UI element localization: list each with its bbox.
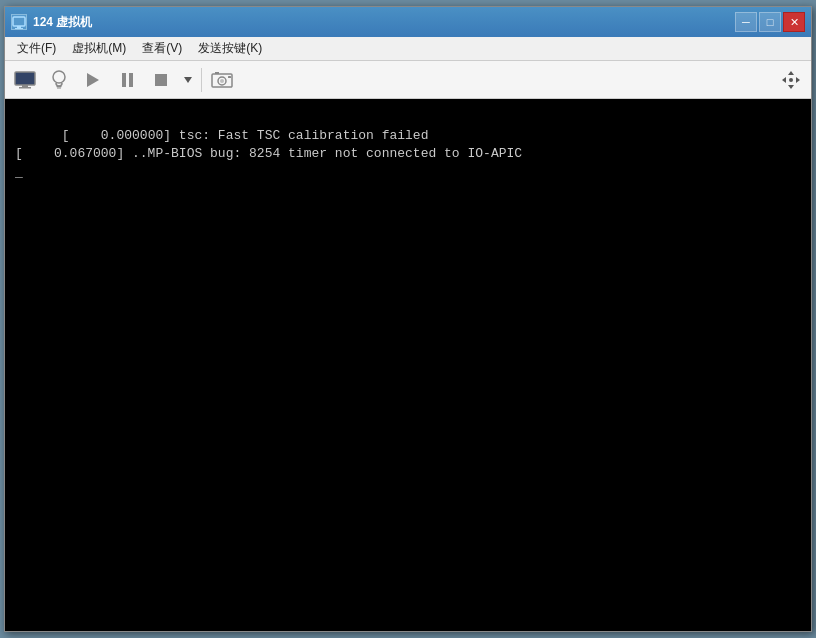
pause-button[interactable] [111, 65, 143, 95]
close-button[interactable]: ✕ [783, 12, 805, 32]
terminal-cursor: _ [15, 165, 23, 180]
terminal-line-2: [ 0.067000] ..MP-BIOS bug: 8254 timer no… [15, 146, 522, 161]
snapshot-icon [211, 71, 233, 89]
menu-file[interactable]: 文件(F) [9, 38, 64, 59]
svg-marker-16 [782, 77, 786, 83]
svg-marker-15 [788, 85, 794, 89]
menu-sendkey[interactable]: 发送按键(K) [190, 38, 270, 59]
svg-marker-17 [796, 77, 800, 83]
svg-marker-14 [788, 71, 794, 75]
stop-icon [155, 74, 167, 86]
title-bar: 124 虚拟机 ─ □ ✕ [5, 7, 811, 37]
svg-rect-0 [13, 17, 25, 26]
move-button[interactable] [775, 65, 807, 95]
terminal-area[interactable]: [ 0.000000] tsc: Fast TSC calibration fa… [5, 99, 811, 631]
svg-rect-5 [19, 87, 31, 89]
play-icon [87, 73, 99, 87]
bulb-icon [50, 69, 68, 91]
pause-icon [122, 73, 133, 87]
svg-rect-4 [22, 85, 28, 87]
window-icon [11, 14, 27, 30]
window-title: 124 虚拟机 [33, 14, 92, 31]
toolbar-separator [201, 68, 202, 92]
menu-bar: 文件(F) 虚拟机(M) 查看(V) 发送按键(K) [5, 37, 811, 61]
move-icon [780, 69, 802, 91]
terminal-line-1: [ 0.000000] tsc: Fast TSC calibration fa… [62, 128, 429, 143]
snapshot-button[interactable] [206, 65, 238, 95]
title-bar-controls: ─ □ ✕ [735, 12, 805, 32]
svg-rect-10 [215, 72, 219, 74]
svg-point-6 [53, 71, 65, 83]
menu-vm[interactable]: 虚拟机(M) [64, 38, 134, 59]
svg-point-18 [789, 78, 793, 82]
stop-button[interactable] [145, 65, 177, 95]
title-bar-left: 124 虚拟机 [11, 14, 92, 31]
svg-rect-3 [15, 72, 35, 85]
terminal-output: [ 0.000000] tsc: Fast TSC calibration fa… [15, 109, 801, 200]
main-window: 124 虚拟机 ─ □ ✕ 文件(F) 虚拟机(M) 查看(V) 发送按键(K) [4, 6, 812, 632]
dropdown-icon [184, 77, 192, 83]
maximize-button[interactable]: □ [759, 12, 781, 32]
screen-icon [14, 71, 36, 89]
toolbar [5, 61, 811, 99]
play-button[interactable] [77, 65, 109, 95]
dropdown-button[interactable] [179, 65, 197, 95]
svg-rect-2 [15, 28, 23, 29]
screen-button[interactable] [9, 65, 41, 95]
svg-rect-7 [57, 86, 62, 87]
svg-rect-8 [57, 87, 61, 88]
minimize-button[interactable]: ─ [735, 12, 757, 32]
bulb-button[interactable] [43, 65, 75, 95]
svg-rect-1 [17, 26, 21, 28]
svg-point-12 [220, 79, 224, 83]
svg-rect-13 [228, 76, 231, 78]
menu-view[interactable]: 查看(V) [134, 38, 190, 59]
